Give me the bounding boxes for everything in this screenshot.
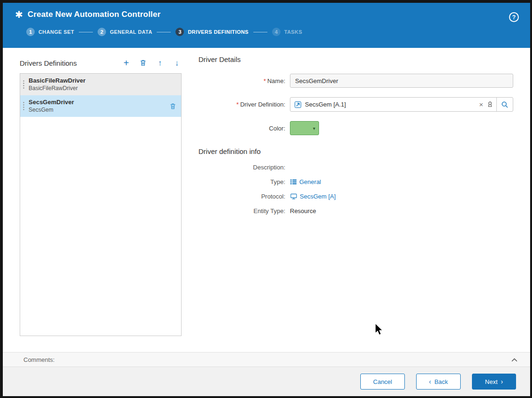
row-delete-icon[interactable]	[169, 103, 176, 110]
step-4-circle: 4	[272, 28, 281, 36]
comments-bar[interactable]: Comments:	[3, 352, 530, 367]
caret-down-icon: ▾	[313, 126, 315, 131]
name-row: *Name:	[198, 74, 513, 88]
create-automation-controller-dialog: ✱ Create New Automation Controller ? 1 C…	[3, 3, 530, 396]
step-tasks[interactable]: 4 TASKS	[272, 28, 302, 36]
step-connector	[253, 32, 267, 32]
dialog-footer: Cancel ‹ Back Next ›	[3, 367, 530, 396]
protocol-row: Protocol: SecsGem [A]	[198, 192, 513, 200]
description-row: Description:	[198, 163, 513, 171]
list-type-icon	[290, 178, 297, 185]
step-connector	[157, 32, 171, 32]
step-change-set[interactable]: 1 CHANGE SET	[26, 28, 74, 36]
required-marker: *	[236, 101, 239, 108]
protocol-label: Protocol:	[198, 193, 290, 200]
step-connector	[79, 32, 93, 32]
type-row: Type: General	[198, 177, 513, 186]
color-picker[interactable]: ▾	[290, 121, 319, 135]
chevron-left-icon: ‹	[429, 378, 431, 385]
driver-definition-info-title: Driver definition info	[198, 147, 513, 155]
driver-definition-entity-icon	[294, 101, 302, 108]
driver-item-name: SecsGemDriver	[29, 99, 74, 106]
back-button[interactable]: ‹ Back	[416, 374, 461, 390]
step-drivers-definitions[interactable]: 3 DRIVERS DEFINITIONS	[175, 28, 248, 36]
type-link[interactable]: General	[299, 178, 321, 185]
driver-details-pane: Driver Details *Name: *Driver Definition…	[182, 48, 530, 352]
entity-type-value: Resource	[290, 207, 316, 214]
chevron-up-icon[interactable]	[511, 357, 518, 362]
protocol-link[interactable]: SecsGem [A]	[300, 193, 336, 200]
add-driver-icon[interactable]: +	[122, 58, 131, 68]
type-label: Type:	[198, 178, 290, 185]
drivers-toolbar: + ↑ ↓	[122, 58, 182, 68]
step-2-label: GENERAL DATA	[110, 29, 152, 35]
required-marker: *	[264, 77, 266, 84]
driver-item-name: BasicFileRawDriver	[29, 77, 85, 84]
protocol-monitor-icon	[290, 193, 297, 200]
name-label: Name:	[267, 77, 285, 84]
driver-definition-field[interactable]: SecsGem [A.1] ×	[290, 97, 513, 112]
version-stamp-icon[interactable]	[486, 101, 496, 108]
help-icon[interactable]: ?	[509, 12, 519, 22]
drivers-list: BasicFileRawDriver BasicFileRawDriver Se…	[20, 73, 182, 336]
chevron-right-icon: ›	[501, 378, 503, 385]
clear-icon[interactable]: ×	[476, 100, 486, 108]
driver-definition-row: *Driver Definition: SecsGem [A.1] ×	[198, 97, 513, 112]
driver-item-subtitle: SecsGem	[29, 107, 74, 114]
drivers-definitions-pane: Drivers Definitions + ↑ ↓	[20, 55, 182, 352]
step-1-label: CHANGE SET	[38, 29, 74, 35]
drag-handle-icon[interactable]	[22, 79, 25, 90]
color-label: Color:	[198, 125, 290, 132]
delete-driver-icon[interactable]	[138, 58, 148, 68]
wizard-stepper: 1 CHANGE SET 2 GENERAL DATA 3 DRIVERS DE…	[3, 19, 530, 36]
next-button[interactable]: Next ›	[472, 374, 516, 390]
description-label: Description:	[198, 164, 290, 171]
dialog-content: Drivers Definitions + ↑ ↓	[3, 48, 530, 352]
driver-list-item-secsgemdriver[interactable]: SecsGemDriver SecsGem	[20, 95, 181, 117]
search-icon[interactable]	[497, 98, 513, 111]
dialog-header: ✱ Create New Automation Controller ? 1 C…	[3, 3, 530, 48]
cancel-button[interactable]: Cancel	[360, 374, 405, 390]
dialog-title: Create New Automation Controller	[28, 10, 160, 19]
screen: ✱ Create New Automation Controller ? 1 C…	[0, 0, 532, 398]
drivers-definitions-title: Drivers Definitions	[20, 59, 77, 67]
step-1-circle: 1	[26, 28, 35, 36]
driver-definition-label: Driver Definition:	[240, 101, 285, 108]
comments-label: Comments:	[23, 356, 54, 363]
move-down-icon[interactable]: ↓	[172, 58, 182, 68]
name-input[interactable]	[290, 74, 513, 88]
color-row: Color: ▾	[198, 121, 513, 135]
step-3-circle: 3	[175, 28, 184, 36]
driver-item-subtitle: BasicFileRawDriver	[29, 85, 85, 92]
driver-list-item-basicfilerawdriver[interactable]: BasicFileRawDriver BasicFileRawDriver	[20, 74, 181, 95]
step-general-data[interactable]: 2 GENERAL DATA	[98, 28, 152, 36]
entity-type-row: Entity Type: Resource	[198, 207, 513, 215]
move-up-icon[interactable]: ↑	[155, 58, 165, 68]
step-2-circle: 2	[98, 28, 106, 36]
entity-type-label: Entity Type:	[198, 207, 290, 214]
driver-details-title: Driver Details	[198, 55, 513, 63]
step-4-label: TASKS	[284, 29, 302, 35]
step-3-label: DRIVERS DEFINITIONS	[188, 29, 248, 35]
automation-controller-icon: ✱	[15, 10, 23, 19]
driver-definition-value: SecsGem [A.1]	[305, 101, 476, 108]
drag-handle-icon[interactable]	[22, 101, 25, 111]
